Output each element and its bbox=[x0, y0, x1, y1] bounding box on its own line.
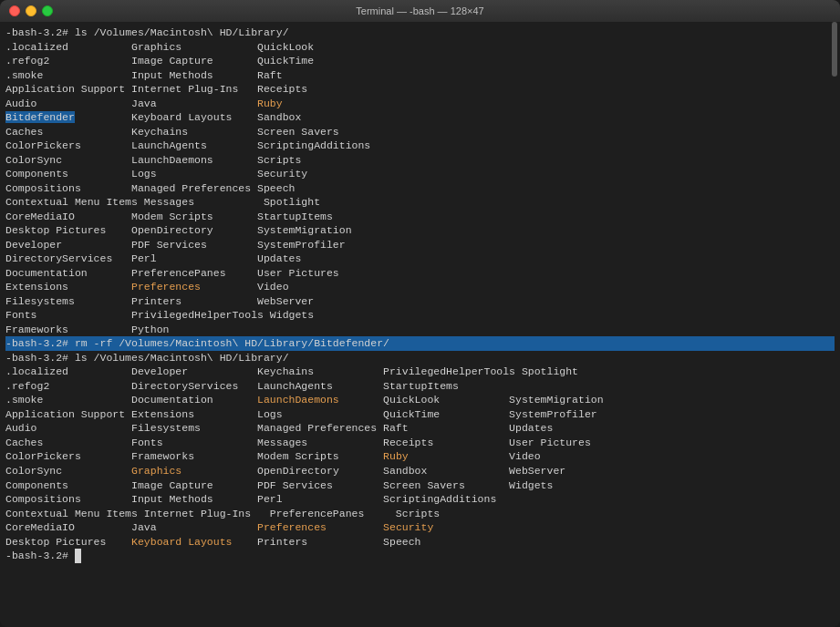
ls-output-19: Filesystems Printers WebServer bbox=[5, 294, 835, 309]
rm-prompt: -bash-3.2# rm -rf /Volumes/Macintosh\ HD… bbox=[5, 336, 835, 351]
ls2-output-12: CoreMediaIO Java Preferences Security bbox=[5, 520, 835, 535]
close-button[interactable] bbox=[9, 5, 20, 16]
terminal-window: Terminal — -bash — 128×47 -bash-3.2# ls … bbox=[0, 0, 840, 627]
ls2-output-7: ColorPickers Frameworks Modem Scripts Ru… bbox=[5, 449, 835, 464]
ls-output-6: Bitdefender Keyboard Layouts Sandbox bbox=[5, 110, 835, 125]
maximize-button[interactable] bbox=[42, 5, 53, 16]
ls-output-2: .refog2 Image Capture QuickTime bbox=[5, 54, 835, 68]
ls2-output-11: Contextual Menu Items Internet Plug-Ins … bbox=[5, 507, 835, 521]
final-prompt[interactable]: -bash-3.2# bbox=[5, 549, 835, 563]
ls2-output-2: .refog2 DirectoryServices LaunchAgents S… bbox=[5, 379, 835, 394]
prompt-line-1: -bash-3.2# ls /Volumes/Macintosh\ HD/Lib… bbox=[5, 26, 835, 40]
ls2-output-5: Audio Filesystems Managed Preferences Ra… bbox=[5, 421, 835, 436]
ls2-output-9: Components Image Capture PDF Services Sc… bbox=[5, 478, 835, 493]
ls2-output-4: Application Support Extensions Logs Quic… bbox=[5, 407, 835, 422]
prompt-line-2: -bash-3.2# ls /Volumes/Macintosh\ HD/Lib… bbox=[5, 351, 835, 365]
ls2-output-6: Caches Fonts Messages Receipts User Pict… bbox=[5, 436, 835, 450]
ls-output-1: .localized Graphics QuickLook bbox=[5, 40, 835, 55]
ls-output-18: Extensions Preferences Video bbox=[5, 280, 835, 294]
window-title: Terminal — -bash — 128×47 bbox=[356, 5, 483, 16]
ls-output-15: Developer PDF Services SystemProfiler bbox=[5, 238, 835, 252]
ls-output-20: Fonts PrivilegedHelperTools Widgets bbox=[5, 308, 835, 323]
ls-output-13: CoreMediaIO Modem Scripts StartupItems bbox=[5, 210, 835, 224]
minimize-button[interactable] bbox=[26, 5, 36, 16]
ls-output-12: Contextual Menu Items Messages Spotlight bbox=[5, 195, 835, 210]
scrollbar[interactable] bbox=[831, 22, 838, 627]
titlebar: Terminal — -bash — 128×47 bbox=[0, 0, 840, 22]
ls2-output-3: .smoke Documentation LaunchDaemons Quick… bbox=[5, 393, 835, 407]
ls-output-17: Documentation PreferencePanes User Pictu… bbox=[5, 266, 835, 281]
traffic-lights[interactable] bbox=[9, 5, 53, 16]
ls-output-11: Compositions Managed Preferences Speech bbox=[5, 181, 835, 196]
ls2-output-10: Compositions Input Methods Perl Scriptin… bbox=[5, 492, 835, 507]
ls-output-21: Frameworks Python bbox=[5, 323, 835, 337]
ls-output-14: Desktop Pictures OpenDirectory SystemMig… bbox=[5, 223, 835, 238]
ls-output-8: ColorPickers LaunchAgents ScriptingAddit… bbox=[5, 139, 835, 153]
ls2-output-1: .localized Developer Keychains Privilege… bbox=[5, 365, 835, 379]
ls2-output-13: Desktop Pictures Keyboard Layouts Printe… bbox=[5, 535, 835, 550]
terminal-content[interactable]: -bash-3.2# ls /Volumes/Macintosh\ HD/Lib… bbox=[0, 22, 840, 627]
ls-output-16: DirectoryServices Perl Updates bbox=[5, 252, 835, 266]
ls-output-9: ColorSync LaunchDaemons Scripts bbox=[5, 153, 835, 168]
ls-output-5: Audio Java Ruby bbox=[5, 97, 835, 111]
ls2-output-8: ColorSync Graphics OpenDirectory Sandbox… bbox=[5, 464, 835, 478]
ls-output-7: Caches Keychains Screen Savers bbox=[5, 125, 835, 139]
ls-output-4: Application Support Internet Plug-Ins Re… bbox=[5, 82, 835, 97]
scrollbar-thumb[interactable] bbox=[832, 22, 837, 77]
ls-output-3: .smoke Input Methods Raft bbox=[5, 68, 835, 83]
ls-output-10: Components Logs Security bbox=[5, 167, 835, 181]
